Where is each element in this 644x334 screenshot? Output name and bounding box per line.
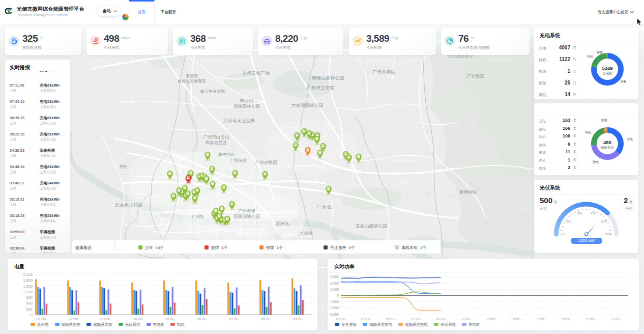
svg-text:充电枪: 充电枪 bbox=[602, 71, 612, 75]
svg-text:11:00: 11:00 bbox=[461, 317, 470, 321]
svg-text:23:00: 23:00 bbox=[611, 317, 621, 321]
svg-text:13:00: 13:00 bbox=[486, 317, 495, 321]
svg-text:1,200: 1,200 bbox=[23, 290, 33, 294]
svg-text:02:00: 02:00 bbox=[69, 317, 78, 321]
svg-text:待机: 待机 bbox=[587, 55, 593, 59]
svg-text:01:00: 01:00 bbox=[336, 317, 346, 321]
svg-text:报警: 报警 bbox=[596, 50, 603, 54]
svg-text:320: 320 bbox=[566, 220, 572, 223]
svg-text:600: 600 bbox=[26, 301, 33, 305]
svg-text:0: 0 bbox=[564, 233, 566, 236]
svg-text:300: 300 bbox=[26, 307, 33, 312]
svg-text:08:00: 08:00 bbox=[261, 317, 271, 321]
svg-text:-2,000: -2,000 bbox=[329, 306, 339, 310]
svg-text:1,500: 1,500 bbox=[23, 284, 33, 289]
svg-text:-1,000: -1,000 bbox=[329, 300, 339, 303]
svg-text:450: 450 bbox=[603, 140, 611, 145]
svg-text:03:00: 03:00 bbox=[361, 317, 371, 321]
svg-text:15:00: 15:00 bbox=[511, 317, 520, 321]
svg-text:07:00: 07:00 bbox=[229, 317, 239, 321]
svg-text:05:00: 05:00 bbox=[165, 317, 174, 321]
svg-text:01:00: 01:00 bbox=[37, 317, 46, 321]
svg-text:06:00: 06:00 bbox=[197, 317, 207, 321]
svg-text:1,800: 1,800 bbox=[23, 278, 33, 283]
svg-text:05:00: 05:00 bbox=[386, 317, 396, 321]
svg-text:待机: 待机 bbox=[585, 131, 591, 134]
svg-text:19:00: 19:00 bbox=[561, 317, 570, 321]
svg-text:-3,000: -3,000 bbox=[329, 313, 339, 316]
svg-text:1600: 1600 bbox=[605, 233, 612, 236]
svg-text:储能系统: 储能系统 bbox=[601, 146, 614, 150]
svg-text:1,000: 1,000 bbox=[330, 288, 339, 291]
svg-text:21:00: 21:00 bbox=[586, 317, 596, 321]
svg-text:5169: 5169 bbox=[602, 65, 612, 71]
svg-text:1280: 1280 bbox=[601, 220, 608, 223]
svg-text:放电: 放电 bbox=[593, 160, 599, 164]
svg-text:报警: 报警 bbox=[601, 118, 607, 122]
svg-text:640: 640 bbox=[577, 212, 582, 215]
svg-text:17:00: 17:00 bbox=[536, 317, 545, 321]
svg-text:04:00: 04:00 bbox=[133, 317, 142, 321]
svg-text:0: 0 bbox=[31, 313, 33, 317]
svg-text:充电: 充电 bbox=[627, 137, 633, 141]
svg-text:09:00: 09:00 bbox=[436, 317, 446, 321]
svg-text:900: 900 bbox=[26, 295, 33, 300]
svg-text:3,000: 3,000 bbox=[330, 275, 339, 279]
svg-text:0: 0 bbox=[337, 294, 339, 297]
svg-text:2,100: 2,100 bbox=[23, 272, 33, 277]
svg-text:充电: 充电 bbox=[620, 80, 626, 84]
svg-text:2,000: 2,000 bbox=[330, 282, 339, 285]
svg-text:07:00: 07:00 bbox=[411, 317, 421, 321]
svg-text:03:00: 03:00 bbox=[101, 317, 110, 321]
svg-text:09:00: 09:00 bbox=[293, 317, 303, 321]
svg-text:960: 960 bbox=[591, 212, 596, 215]
